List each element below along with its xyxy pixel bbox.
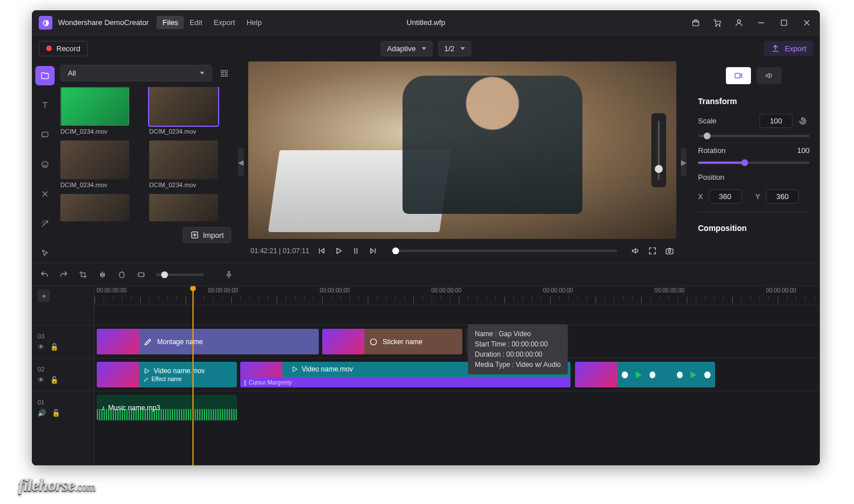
position-x-input[interactable]	[709, 189, 742, 204]
x-label: X	[698, 192, 703, 201]
rail-cursor[interactable]	[35, 243, 55, 263]
keyframe-dot[interactable]	[622, 371, 628, 378]
voiceover-button[interactable]	[224, 270, 233, 279]
keyframe-dot[interactable]	[650, 371, 656, 378]
timeline-clip[interactable]: Montage name	[97, 329, 319, 354]
slider-knob[interactable]	[741, 159, 748, 166]
menu-edit[interactable]: Edit	[184, 16, 208, 29]
export-button[interactable]: Export	[764, 41, 813, 56]
menu-help[interactable]: Help	[241, 16, 268, 29]
track-row[interactable]: Video name.mov Effect name Video name.mo…	[95, 358, 820, 391]
track-header[interactable]: 03 👁🔓	[32, 325, 94, 358]
playback-controls: 01:42:21 | 01:07:11	[248, 239, 676, 263]
menu-files[interactable]: Files	[157, 16, 183, 29]
position-y-input[interactable]	[766, 189, 799, 204]
crop-button[interactable]	[79, 270, 88, 279]
clip-label: DCIM_0234.mov	[149, 181, 231, 188]
timeline-clip[interactable]: Video name.mov Effect name	[97, 362, 237, 387]
timeline-zoom-slider[interactable]	[156, 274, 204, 276]
tracks-area[interactable]: 00:00:00:00 00:00:00:00 00:00:00:00 00:0…	[95, 286, 820, 465]
fullscreen-button[interactable]	[648, 246, 657, 255]
scale-input[interactable]	[759, 114, 793, 128]
snapshot-button[interactable]	[665, 246, 674, 255]
media-clip[interactable]: DCIM_0234.mov	[60, 141, 142, 188]
add-track-button[interactable]: +	[38, 290, 50, 302]
sticker-icon	[369, 337, 378, 346]
keyframe-dot[interactable]	[677, 371, 683, 378]
clip-title: Sticker name	[383, 338, 422, 346]
scale-slider[interactable]	[698, 135, 810, 137]
svg-point-22	[371, 338, 377, 345]
lock-icon[interactable]: 🔓	[50, 376, 59, 384]
rotation-slider[interactable]	[698, 162, 810, 164]
reset-scale-button[interactable]	[796, 114, 810, 128]
pause-button[interactable]	[351, 246, 360, 255]
volume-knob[interactable]	[655, 165, 663, 173]
redo-button[interactable]	[59, 270, 68, 279]
lock-icon[interactable]: 🔓	[50, 343, 59, 351]
next-frame-button[interactable]	[368, 246, 377, 255]
collapse-left-handle[interactable]: ◀	[238, 148, 244, 176]
rail-transition[interactable]	[35, 184, 55, 204]
cursor-label: Cursur Margrerty	[249, 379, 292, 386]
tab-video[interactable]	[726, 67, 751, 84]
media-clip[interactable]: DCIM_0234.mov	[149, 141, 231, 188]
view-mode-button[interactable]	[217, 67, 231, 80]
record-button[interactable]: Record	[39, 41, 88, 56]
timeline-audio-clip[interactable]: ♪ Music name.mp3	[97, 395, 237, 420]
eye-icon[interactable]: 👁	[38, 343, 44, 351]
playback-quality-dropdown[interactable]: Adaptive	[381, 41, 433, 56]
eye-icon[interactable]: 👁	[38, 376, 44, 384]
rail-effects[interactable]	[35, 214, 55, 233]
ruler-label: 00:00:00:00	[766, 287, 796, 294]
media-clip[interactable]	[149, 194, 231, 221]
marker-button[interactable]	[117, 270, 126, 279]
media-filter-dropdown[interactable]: All	[60, 65, 212, 81]
playback-scale-dropdown[interactable]: 1/2	[438, 41, 471, 56]
minimize-button[interactable]	[753, 14, 770, 31]
audio-button[interactable]	[631, 246, 640, 255]
media-clip[interactable]	[60, 194, 142, 221]
zoom-knob[interactable]	[161, 271, 168, 278]
fit-button[interactable]	[137, 270, 146, 279]
scrubber-handle[interactable]	[392, 247, 399, 254]
cart-icon[interactable]	[709, 15, 725, 31]
clip-thumbnail	[97, 329, 139, 354]
track-header[interactable]: 02 👁🔓	[32, 358, 94, 391]
rail-caption[interactable]	[35, 125, 55, 144]
import-button[interactable]: Import	[183, 227, 231, 243]
prev-frame-button[interactable]	[317, 246, 326, 255]
close-button[interactable]	[798, 14, 815, 31]
timeline-clip[interactable]	[575, 362, 715, 387]
split-button[interactable]	[98, 270, 107, 279]
rail-sticker[interactable]	[35, 155, 55, 174]
preview-volume-slider[interactable]	[651, 113, 666, 187]
lock-icon[interactable]: 🔓	[52, 409, 60, 417]
timeline-clip[interactable]: Sticker name	[322, 329, 462, 354]
timeline-ruler[interactable]: 00:00:00:00 00:00:00:00 00:00:00:00 00:0…	[95, 286, 820, 305]
rail-media[interactable]	[35, 66, 55, 85]
media-clip[interactable]: DCIM_0234.mov	[60, 87, 142, 135]
track-row[interactable]: ♪ Music name.mp3	[95, 391, 820, 424]
account-icon[interactable]	[731, 15, 747, 31]
rotation-value: 100	[797, 146, 810, 155]
maximize-button[interactable]	[775, 14, 793, 31]
clip-thumbnail	[60, 87, 129, 126]
play-button[interactable]	[334, 246, 343, 255]
rail-text[interactable]	[35, 96, 55, 115]
preview-scrubber[interactable]	[391, 250, 617, 252]
track-row[interactable]: Montage name Sticker name Name : Gap Vid…	[95, 325, 820, 358]
tab-audio[interactable]	[757, 67, 782, 84]
track-header[interactable]: 01 🔊🔓	[32, 391, 94, 424]
audio-icon[interactable]: 🔊	[38, 409, 46, 417]
slider-knob[interactable]	[704, 133, 711, 139]
undo-button[interactable]	[40, 270, 49, 279]
media-clip[interactable]: DCIM_0234.mov	[149, 87, 231, 135]
collapse-right-handle[interactable]: ▶	[681, 148, 687, 176]
playhead[interactable]	[192, 286, 194, 465]
preview-canvas[interactable]	[248, 61, 676, 239]
store-icon[interactable]	[688, 15, 704, 31]
keyframe-dot[interactable]	[704, 371, 711, 378]
menu-export[interactable]: Export	[208, 16, 241, 29]
playback-timecode: 01:42:21 | 01:07:11	[251, 247, 309, 255]
